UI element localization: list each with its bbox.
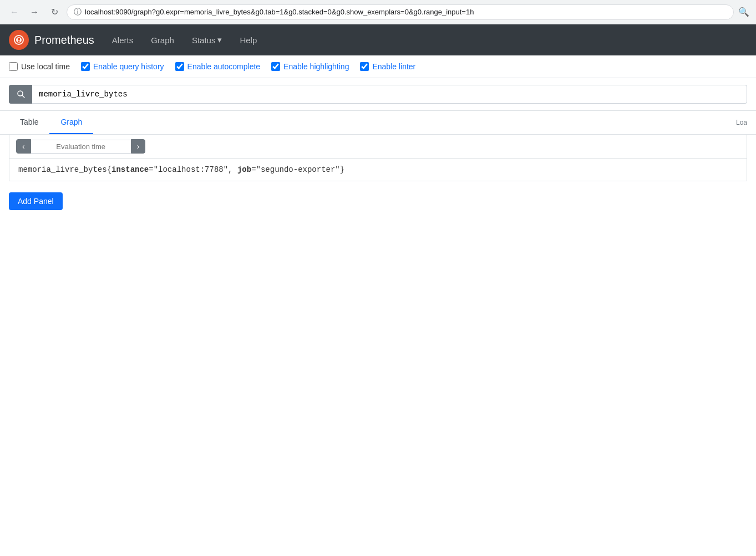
add-panel-area: Add Panel [0,181,756,221]
url-display: localhost:9090/graph?g0.expr=memoria_liv… [85,8,474,16]
execute-button[interactable] [9,85,32,104]
eval-bar: ‹ › [9,135,747,159]
url-host: localhost [85,8,113,16]
enable-highlighting-checkbox[interactable] [271,62,280,71]
navbar-nav: Alerts Graph Status ▾ Help [103,30,266,49]
nav-status[interactable]: Status ▾ [183,30,231,49]
result-label-instance-key: instance [111,165,149,174]
enable-query-history-label[interactable]: Enable query history [81,62,164,71]
enable-autocomplete-checkbox[interactable] [175,62,184,71]
result-labels-open: { [107,165,111,174]
browser-chrome: ← → ↻ ⓘ localhost:9090/graph?g0.expr=mem… [0,0,756,24]
query-input[interactable] [32,85,747,104]
address-bar[interactable]: ⓘ localhost:9090/graph?g0.expr=memoria_l… [67,4,734,20]
eval-prev-button[interactable]: ‹ [16,139,31,154]
result-metric-name: memoria_livre_bytes [18,165,107,174]
use-local-time-checkbox[interactable] [9,62,18,71]
load-time: Loa [736,119,747,126]
svg-point-2 [18,41,20,43]
navbar: Prometheus Alerts Graph Status ▾ Help [0,24,756,55]
refresh-button[interactable]: ↻ [47,4,62,20]
results-panel: ‹ › memoria_livre_bytes{instance="localh… [9,135,747,181]
enable-autocomplete-label[interactable]: Enable autocomplete [175,62,261,71]
chrome-search-icon: 🔍 [738,7,749,17]
result-row: memoria_livre_bytes{instance="localhost:… [9,159,747,181]
eval-next-button[interactable]: › [131,139,146,154]
enable-highlighting-label[interactable]: Enable highlighting [271,62,349,71]
svg-line-4 [22,95,24,98]
settings-bar: Use local time Enable query history Enab… [0,55,756,78]
eval-time-input[interactable] [31,140,131,154]
enable-linter-checkbox[interactable] [360,62,369,71]
url-path: :9090/graph?g0.expr=memoria_livre_bytes&… [113,8,474,16]
navbar-brand[interactable]: Prometheus [9,30,94,50]
enable-query-history-checkbox[interactable] [81,62,90,71]
tab-table[interactable]: Table [9,111,49,134]
tab-graph[interactable]: Graph [49,111,93,134]
tabs-container: Table Graph Loa [0,111,756,135]
lock-icon: ⓘ [74,7,82,17]
nav-alerts[interactable]: Alerts [103,31,142,49]
result-label-job-key: job [237,165,251,174]
prometheus-logo [9,30,29,50]
nav-help[interactable]: Help [231,31,266,49]
app-title: Prometheus [34,34,94,47]
back-button[interactable]: ← [7,4,22,20]
dropdown-chevron-icon: ▾ [217,35,222,45]
svg-rect-1 [18,38,20,40]
enable-linter-label[interactable]: Enable linter [360,62,415,71]
forward-button[interactable]: → [27,4,42,20]
add-panel-button[interactable]: Add Panel [9,192,63,210]
use-local-time-label[interactable]: Use local time [9,62,70,71]
query-area [0,78,756,111]
tabs: Table Graph [9,111,93,134]
nav-graph[interactable]: Graph [142,31,183,49]
